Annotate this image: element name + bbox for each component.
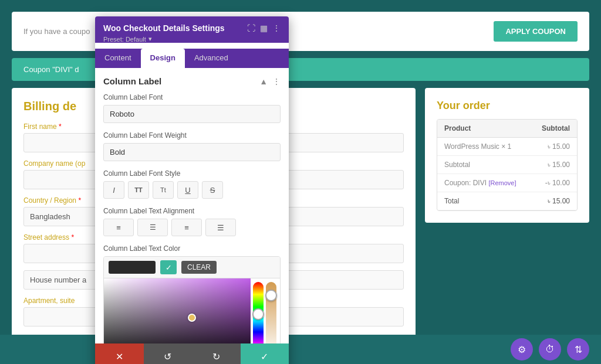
header-product: Product [444, 124, 523, 132]
font-weight-label: Column Label Font Weight [103, 131, 281, 140]
collapse-icon[interactable]: ▲ [259, 77, 268, 86]
expand-icon[interactable]: ⛶ [247, 23, 255, 33]
table-row: Coupon: DIVI [Remove] -৳ 10.00 [437, 174, 577, 192]
alignment-field-group: Column Label Text Alignment ≡ ☰ ≡ ☰ [103, 207, 281, 236]
panel-header-top: Woo Checkout Details Settings ⛶ ▦ ⋮ [103, 23, 281, 33]
font-select[interactable]: Roboto [103, 105, 281, 123]
order-table-header: Product Subtotal [437, 120, 577, 138]
panel-header-icons: ⛶ ▦ ⋮ [247, 23, 281, 33]
hue-slider-thumb[interactable] [252, 308, 264, 320]
font-weight-field-group: Column Label Font Weight Bold [103, 131, 281, 161]
order-title: Your order [437, 100, 578, 112]
uppercase-button[interactable]: TT [128, 181, 149, 199]
section-more-icon[interactable]: ⋮ [272, 77, 281, 86]
save-button[interactable]: ✓ [241, 343, 289, 364]
reset-button[interactable]: ↺ [144, 343, 193, 364]
table-row: Subtotal ৳ 15.00 [437, 156, 577, 174]
panel-body: Column Label ▲ ⋮ Column Label Font Robot… [95, 68, 289, 343]
columns-icon[interactable]: ▦ [260, 23, 268, 33]
alpha-slider-thumb[interactable] [265, 290, 277, 301]
alpha-slider-vertical[interactable] [266, 282, 276, 343]
table-row-total: Total ৳ 15.00 [437, 192, 577, 210]
color-confirm-button[interactable]: ✓ [160, 260, 177, 274]
align-right-button[interactable]: ≡ [171, 219, 202, 236]
panel-header: Woo Checkout Details Settings ⛶ ▦ ⋮ Pres… [95, 16, 289, 43]
more-icon[interactable]: ⋮ [272, 23, 281, 33]
font-style-label: Column Label Font Style [103, 169, 281, 178]
color-picker-top: #ddb17c ✓ CLEAR [104, 257, 280, 278]
tab-design[interactable]: Design [141, 49, 185, 68]
table-row: WordPress Music × 1 ৳ 15.00 [437, 138, 577, 156]
color-label: Column Label Text Color [103, 244, 281, 253]
layout-icon: ⇅ [575, 344, 582, 355]
font-style-buttons: I TT Tt U S [103, 181, 281, 199]
layout-toolbar-button[interactable]: ⇅ [567, 338, 589, 360]
panel-tabs: Content Design Advanced [95, 49, 289, 68]
italic-button[interactable]: I [103, 181, 124, 199]
font-field-group: Column Label Font Roboto [103, 93, 281, 123]
section-header: Column Label ▲ ⋮ [103, 76, 281, 86]
color-picker: #ddb17c ✓ CLEAR [103, 256, 281, 343]
panel-footer: ✕ ↺ ↻ ✓ [95, 343, 289, 364]
settings-panel: Woo Checkout Details Settings ⛶ ▦ ⋮ Pres… [95, 16, 289, 364]
font-label: Column Label Font [103, 93, 281, 101]
color-picker-circle[interactable] [188, 314, 196, 322]
underline-button[interactable]: U [177, 181, 198, 199]
color-gradient-area[interactable] [104, 278, 280, 343]
remove-coupon-link[interactable]: [Remove] [488, 179, 516, 186]
panel-preset: Preset: Default ▾ [103, 35, 281, 43]
panel-title: Woo Checkout Details Settings [103, 23, 225, 33]
tab-advanced[interactable]: Advanced [185, 49, 238, 68]
history-icon: ⏱ [545, 344, 555, 355]
section-title: Column Label [103, 76, 161, 86]
preset-dropdown-icon[interactable]: ▾ [148, 35, 152, 43]
font-weight-select[interactable]: Bold [103, 143, 281, 161]
capitalize-button[interactable]: Tt [153, 181, 174, 199]
gear-icon: ⚙ [518, 344, 526, 355]
align-center-button[interactable]: ☰ [137, 219, 168, 236]
order-section: Your order Product Subtotal WordPress Mu… [425, 88, 589, 223]
coupon-text: If you have a coupo [23, 27, 90, 36]
strikethrough-button[interactable]: S [202, 181, 223, 199]
tab-content[interactable]: Content [95, 49, 141, 68]
settings-toolbar-button[interactable]: ⚙ [511, 338, 533, 360]
font-style-field-group: Column Label Font Style I TT Tt U S [103, 169, 281, 199]
bottom-toolbar: ⚙ ⏱ ⇅ [0, 335, 601, 364]
color-clear-button[interactable]: CLEAR [181, 261, 217, 274]
redo-button[interactable]: ↻ [192, 343, 241, 364]
page-background: If you have a coupo Coupon code APPLY CO… [0, 0, 601, 364]
history-toolbar-button[interactable]: ⏱ [539, 338, 561, 360]
section-icons: ▲ ⋮ [259, 77, 281, 86]
color-field-group: Column Label Text Color #ddb17c ✓ CLEAR [103, 244, 281, 343]
color-hex-input[interactable]: #ddb17c [109, 261, 156, 274]
alignment-buttons: ≡ ☰ ≡ ☰ [103, 219, 281, 236]
hue-slider-vertical[interactable] [253, 282, 264, 343]
cancel-button[interactable]: ✕ [95, 343, 144, 364]
align-left-button[interactable]: ≡ [103, 219, 134, 236]
color-gradient-canvas[interactable] [104, 278, 251, 343]
apply-coupon-button[interactable]: APPLY COUPON [494, 21, 578, 42]
header-subtotal: Subtotal [523, 124, 570, 132]
alignment-label: Column Label Text Alignment [103, 207, 281, 215]
align-justify-button[interactable]: ☰ [205, 219, 236, 236]
order-table: Product Subtotal WordPress Music × 1 ৳ 1… [437, 119, 578, 211]
